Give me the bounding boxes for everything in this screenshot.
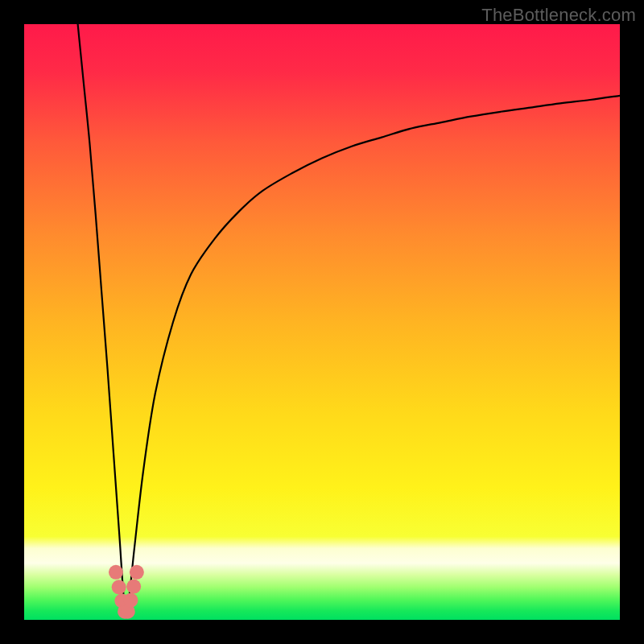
sweet-spot-dot xyxy=(126,580,141,594)
attribution-text: TheBottleneck.com xyxy=(481,5,636,26)
gradient-background xyxy=(24,24,620,620)
sweet-spot-dot xyxy=(109,565,123,580)
sweet-spot-dot xyxy=(130,565,144,580)
sweet-spot-dot xyxy=(123,593,138,608)
sweet-spot-dot xyxy=(112,580,126,594)
chart-svg xyxy=(24,24,620,620)
chart-frame: TheBottleneck.com xyxy=(0,0,644,644)
plot-area xyxy=(24,24,620,620)
